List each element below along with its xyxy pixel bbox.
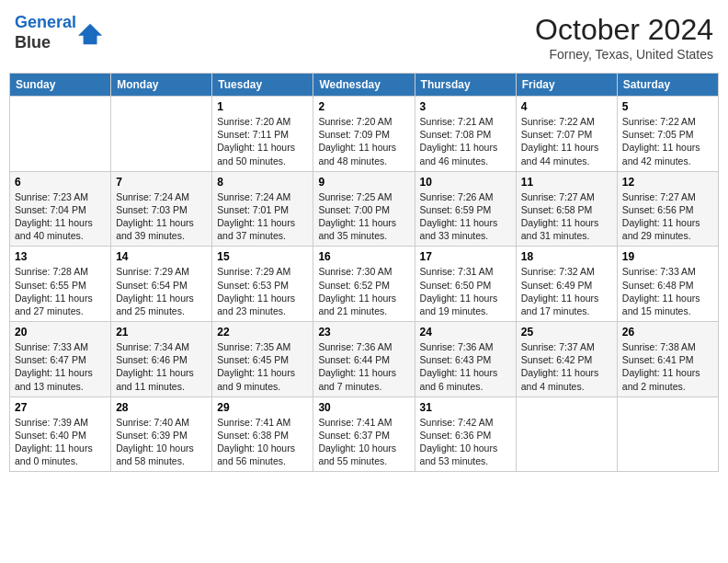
calendar-week-3: 13Sunrise: 7:28 AM Sunset: 6:55 PM Dayli…	[10, 247, 719, 322]
day-number: 9	[318, 176, 409, 189]
day-info: Sunrise: 7:29 AM Sunset: 6:54 PM Dayligh…	[116, 265, 207, 317]
calendar-table: SundayMondayTuesdayWednesdayThursdayFrid…	[9, 73, 719, 472]
day-info: Sunrise: 7:25 AM Sunset: 7:00 PM Dayligh…	[318, 190, 409, 243]
day-info: Sunrise: 7:33 AM Sunset: 6:47 PM Dayligh…	[15, 340, 106, 393]
calendar-week-1: 1Sunrise: 7:20 AM Sunset: 7:11 PM Daylig…	[10, 97, 719, 172]
day-number: 27	[15, 401, 106, 414]
page-header: General Blue October 2024 Forney, Texas,…	[9, 9, 719, 65]
day-number: 31	[420, 401, 511, 414]
calendar-cell: 23Sunrise: 7:36 AM Sunset: 6:44 PM Dayli…	[313, 322, 415, 397]
day-info: Sunrise: 7:40 AM Sunset: 6:39 PM Dayligh…	[116, 416, 207, 468]
day-info: Sunrise: 7:22 AM Sunset: 7:05 PM Dayligh…	[622, 115, 713, 167]
calendar-cell	[617, 396, 718, 472]
calendar-cell: 6Sunrise: 7:23 AM Sunset: 7:04 PM Daylig…	[10, 171, 111, 247]
day-info: Sunrise: 7:37 AM Sunset: 6:42 PM Dayligh…	[521, 340, 612, 393]
day-info: Sunrise: 7:33 AM Sunset: 6:48 PM Dayligh…	[622, 265, 713, 317]
day-number: 8	[217, 176, 308, 189]
weekday-header-tuesday: Tuesday	[212, 74, 313, 97]
calendar-cell: 14Sunrise: 7:29 AM Sunset: 6:54 PM Dayli…	[111, 247, 212, 322]
day-number: 12	[622, 176, 713, 189]
day-info: Sunrise: 7:32 AM Sunset: 6:49 PM Dayligh…	[521, 265, 612, 317]
weekday-header-friday: Friday	[516, 74, 617, 97]
day-info: Sunrise: 7:27 AM Sunset: 6:56 PM Dayligh…	[622, 190, 713, 243]
day-number: 15	[217, 250, 308, 263]
month-title: October 2024	[535, 13, 713, 47]
day-info: Sunrise: 7:29 AM Sunset: 6:53 PM Dayligh…	[217, 265, 308, 317]
weekday-header-row: SundayMondayTuesdayWednesdayThursdayFrid…	[10, 74, 719, 97]
calendar-cell: 20Sunrise: 7:33 AM Sunset: 6:47 PM Dayli…	[10, 322, 111, 397]
day-number: 17	[420, 250, 511, 263]
calendar-cell: 25Sunrise: 7:37 AM Sunset: 6:42 PM Dayli…	[516, 322, 617, 397]
title-area: October 2024 Forney, Texas, United State…	[535, 13, 713, 62]
calendar-cell: 12Sunrise: 7:27 AM Sunset: 6:56 PM Dayli…	[617, 171, 718, 247]
day-number: 20	[15, 326, 106, 339]
day-number: 7	[116, 176, 207, 189]
logo: General Blue	[15, 13, 104, 52]
calendar-cell: 9Sunrise: 7:25 AM Sunset: 7:00 PM Daylig…	[313, 171, 415, 247]
day-number: 11	[521, 176, 612, 189]
day-number: 25	[521, 326, 612, 339]
day-info: Sunrise: 7:30 AM Sunset: 6:52 PM Dayligh…	[318, 265, 409, 317]
location: Forney, Texas, United States	[535, 47, 713, 62]
day-info: Sunrise: 7:20 AM Sunset: 7:11 PM Dayligh…	[217, 115, 308, 167]
calendar-cell: 13Sunrise: 7:28 AM Sunset: 6:55 PM Dayli…	[10, 247, 111, 322]
calendar-cell: 19Sunrise: 7:33 AM Sunset: 6:48 PM Dayli…	[617, 247, 718, 322]
calendar-cell: 15Sunrise: 7:29 AM Sunset: 6:53 PM Dayli…	[212, 247, 313, 322]
calendar-cell: 1Sunrise: 7:20 AM Sunset: 7:11 PM Daylig…	[212, 97, 313, 172]
day-info: Sunrise: 7:35 AM Sunset: 6:45 PM Dayligh…	[217, 340, 308, 393]
calendar-cell: 7Sunrise: 7:24 AM Sunset: 7:03 PM Daylig…	[111, 171, 212, 247]
calendar-cell: 4Sunrise: 7:22 AM Sunset: 7:07 PM Daylig…	[516, 97, 617, 172]
svg-marker-0	[78, 23, 102, 43]
calendar-cell: 10Sunrise: 7:26 AM Sunset: 6:59 PM Dayli…	[415, 171, 516, 247]
logo-icon	[78, 20, 104, 46]
day-number: 21	[116, 326, 207, 339]
calendar-week-4: 20Sunrise: 7:33 AM Sunset: 6:47 PM Dayli…	[10, 322, 719, 397]
calendar-cell: 29Sunrise: 7:41 AM Sunset: 6:38 PM Dayli…	[212, 396, 313, 472]
day-info: Sunrise: 7:42 AM Sunset: 6:36 PM Dayligh…	[420, 416, 511, 468]
day-info: Sunrise: 7:39 AM Sunset: 6:40 PM Dayligh…	[15, 416, 106, 468]
calendar-cell: 30Sunrise: 7:41 AM Sunset: 6:37 PM Dayli…	[313, 396, 415, 472]
calendar-cell: 21Sunrise: 7:34 AM Sunset: 6:46 PM Dayli…	[111, 322, 212, 397]
calendar-cell: 26Sunrise: 7:38 AM Sunset: 6:41 PM Dayli…	[617, 322, 718, 397]
calendar-cell: 2Sunrise: 7:20 AM Sunset: 7:09 PM Daylig…	[313, 97, 415, 172]
day-info: Sunrise: 7:27 AM Sunset: 6:58 PM Dayligh…	[521, 190, 612, 243]
day-number: 28	[116, 401, 207, 414]
day-number: 1	[217, 100, 308, 113]
calendar-cell: 24Sunrise: 7:36 AM Sunset: 6:43 PM Dayli…	[415, 322, 516, 397]
calendar-cell	[10, 97, 111, 172]
calendar-cell: 31Sunrise: 7:42 AM Sunset: 6:36 PM Dayli…	[415, 396, 516, 472]
calendar-cell	[111, 97, 212, 172]
day-number: 13	[15, 250, 106, 263]
calendar-cell: 8Sunrise: 7:24 AM Sunset: 7:01 PM Daylig…	[212, 171, 313, 247]
calendar-cell: 18Sunrise: 7:32 AM Sunset: 6:49 PM Dayli…	[516, 247, 617, 322]
weekday-header-thursday: Thursday	[415, 74, 516, 97]
day-number: 16	[318, 250, 409, 263]
calendar-week-5: 27Sunrise: 7:39 AM Sunset: 6:40 PM Dayli…	[10, 396, 719, 472]
day-info: Sunrise: 7:28 AM Sunset: 6:55 PM Dayligh…	[15, 265, 106, 317]
day-number: 26	[622, 326, 713, 339]
calendar-cell: 28Sunrise: 7:40 AM Sunset: 6:39 PM Dayli…	[111, 396, 212, 472]
calendar-cell: 3Sunrise: 7:21 AM Sunset: 7:08 PM Daylig…	[415, 97, 516, 172]
day-number: 5	[622, 100, 713, 113]
day-number: 3	[420, 100, 511, 113]
day-number: 24	[420, 326, 511, 339]
calendar-cell	[516, 396, 617, 472]
day-info: Sunrise: 7:38 AM Sunset: 6:41 PM Dayligh…	[622, 340, 713, 393]
calendar-cell: 11Sunrise: 7:27 AM Sunset: 6:58 PM Dayli…	[516, 171, 617, 247]
day-info: Sunrise: 7:41 AM Sunset: 6:38 PM Dayligh…	[217, 416, 308, 468]
day-number: 6	[15, 176, 106, 189]
day-info: Sunrise: 7:21 AM Sunset: 7:08 PM Dayligh…	[420, 115, 511, 167]
day-number: 10	[420, 176, 511, 189]
day-number: 23	[318, 326, 409, 339]
day-info: Sunrise: 7:20 AM Sunset: 7:09 PM Dayligh…	[318, 115, 409, 167]
day-info: Sunrise: 7:26 AM Sunset: 6:59 PM Dayligh…	[420, 190, 511, 243]
day-number: 14	[116, 250, 207, 263]
day-info: Sunrise: 7:22 AM Sunset: 7:07 PM Dayligh…	[521, 115, 612, 167]
day-number: 18	[521, 250, 612, 263]
day-number: 22	[217, 326, 308, 339]
day-number: 2	[318, 100, 409, 113]
day-number: 4	[521, 100, 612, 113]
logo-text: General Blue	[15, 13, 76, 52]
day-info: Sunrise: 7:31 AM Sunset: 6:50 PM Dayligh…	[420, 265, 511, 317]
calendar-cell: 27Sunrise: 7:39 AM Sunset: 6:40 PM Dayli…	[10, 396, 111, 472]
